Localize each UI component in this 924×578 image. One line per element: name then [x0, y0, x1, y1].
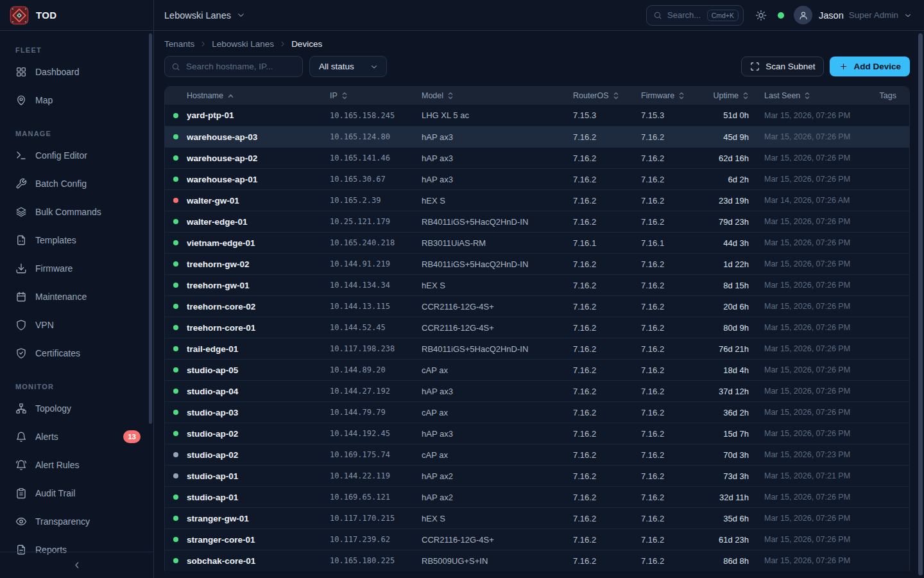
sidebar-scrollbar[interactable] — [149, 33, 152, 424]
sidebar-item-alert-rules[interactable]: Alert Rules — [0, 451, 153, 479]
device-routeros: 7.16.2 — [568, 302, 636, 311]
sidebar-item-transparency[interactable]: Transparency — [0, 507, 153, 536]
add-device-button[interactable]: Add Device — [830, 57, 910, 76]
plus-icon — [839, 62, 848, 71]
device-row-yard-ptp-01[interactable]: yard-ptp-0110.165.158.245LHG XL 5 ac7.15… — [165, 105, 909, 126]
device-ip: 10.144.79.79 — [325, 408, 416, 417]
device-last-seen: Mar 14, 2026, 07:26 AM — [759, 196, 854, 205]
map-pin-icon — [15, 94, 27, 106]
device-ip: 10.144.13.115 — [325, 302, 416, 311]
device-last-seen: Mar 15, 2026, 07:26 PM — [759, 323, 854, 332]
device-ip: 10.165.141.46 — [325, 153, 416, 162]
device-firmware: 7.16.2 — [636, 514, 704, 523]
device-row-walter-edge-01[interactable]: walter-edge-0110.25.121.179RB4011iGS+5Ha… — [165, 211, 909, 232]
device-row-vietnam-edge-01[interactable]: vietnam-edge-0110.165.240.218RB3011UiAS-… — [165, 232, 909, 253]
device-hostname: walter-edge-01 — [187, 217, 325, 227]
connection-status-dot — [778, 12, 784, 19]
main-content: TenantsLebowski LanesDevices All status … — [154, 31, 924, 578]
device-row-studio-ap-05[interactable]: studio-ap-0510.144.89.20cAP ax7.16.27.16… — [165, 359, 909, 380]
sidebar-item-vpn[interactable]: VPN — [0, 311, 153, 339]
device-uptime: 73d 3h — [704, 471, 759, 481]
device-row-treehorn-core-02[interactable]: treehorn-core-0210.144.13.115CCR2116-12G… — [165, 295, 909, 317]
status-dot-online — [165, 389, 187, 394]
scan-subnet-button[interactable]: Scan Subnet — [741, 57, 824, 76]
user-menu-chevron-down-icon[interactable] — [903, 11, 912, 20]
column-header-routeros[interactable]: RouterOS — [568, 91, 636, 100]
add-device-label: Add Device — [853, 62, 901, 71]
status-filter-select[interactable]: All status — [309, 56, 387, 77]
device-row-studio-ap-02[interactable]: studio-ap-0210.144.192.45hAP ax37.16.27.… — [165, 423, 909, 444]
device-row-walter-gw-01[interactable]: walter-gw-0110.165.2.39hEX S7.16.27.16.2… — [165, 189, 909, 211]
device-routeros: 7.16.2 — [568, 365, 636, 375]
device-row-treehorn-gw-01[interactable]: treehorn-gw-0110.144.134.34hEX S7.16.27.… — [165, 274, 909, 295]
device-row-treehorn-core-01[interactable]: treehorn-core-0110.144.52.45CCR2116-12G-… — [165, 317, 909, 338]
sidebar-item-map[interactable]: Map — [0, 86, 153, 114]
device-row-warehouse-ap-03[interactable]: warehouse-ap-0310.165.124.80hAP ax37.16.… — [165, 126, 909, 147]
device-row-sobchak-core-01[interactable]: sobchak-core-0110.165.180.225RB5009UG+S+… — [165, 550, 909, 571]
device-model: RB5009UG+S+IN — [416, 556, 568, 566]
column-header-ip[interactable]: IP — [325, 91, 416, 100]
search-shortcut-badge: Cmd+K — [707, 10, 739, 21]
column-header-last-seen[interactable]: Last Seen — [759, 91, 854, 100]
device-uptime: 18d 4h — [704, 365, 759, 375]
column-header-uptime[interactable]: Uptime — [704, 91, 759, 100]
device-row-studio-ap-02[interactable]: studio-ap-0210.169.175.74cAP ax7.16.27.1… — [165, 444, 909, 465]
sidebar-item-topology[interactable]: Topology — [0, 394, 153, 423]
device-uptime: 76d 21h — [704, 344, 759, 354]
breadcrumb-item-lebowski-lanes[interactable]: Lebowski Lanes — [212, 39, 274, 49]
column-header-firmware[interactable]: Firmware — [636, 91, 704, 100]
column-header-model[interactable]: Model — [416, 91, 568, 100]
device-row-warehouse-ap-02[interactable]: warehouse-ap-0210.165.141.46hAP ax37.16.… — [165, 147, 909, 168]
device-ip: 10.144.134.34 — [325, 281, 416, 290]
sidebar-item-batch-config[interactable]: Batch Config — [0, 170, 153, 198]
device-row-stranger-core-01[interactable]: stranger-core-0110.117.239.62CCR2116-12G… — [165, 529, 909, 550]
device-last-seen: Mar 15, 2026, 07:26 PM — [759, 132, 854, 141]
device-row-treehorn-gw-02[interactable]: treehorn-gw-0210.144.91.219RB4011iGS+5Ha… — [165, 253, 909, 274]
avatar[interactable] — [794, 6, 812, 24]
sidebar-item-config-editor[interactable]: Config Editor — [0, 141, 153, 170]
device-routeros: 7.16.2 — [568, 323, 636, 333]
dashboard-icon — [15, 66, 27, 78]
theme-toggle-sun-icon[interactable] — [755, 10, 767, 21]
device-last-seen: Mar 15, 2026, 07:26 PM — [759, 556, 854, 565]
sidebar-item-certificates[interactable]: Certificates — [0, 339, 153, 367]
device-model: hAP ax3 — [416, 387, 568, 396]
device-row-studio-ap-04[interactable]: studio-ap-0410.144.27.192hAP ax37.16.27.… — [165, 380, 909, 401]
device-firmware: 7.16.2 — [636, 323, 704, 333]
device-uptime: 79d 23h — [704, 217, 759, 227]
eye-icon — [15, 516, 27, 527]
sidebar-item-firmware[interactable]: Firmware — [0, 254, 153, 283]
sidebar-item-templates[interactable]: Templates — [0, 226, 153, 254]
device-search-input[interactable] — [186, 62, 296, 71]
sidebar-item-maintenance[interactable]: Maintenance — [0, 283, 153, 311]
device-row-studio-ap-03[interactable]: studio-ap-0310.144.79.79cAP ax7.16.27.16… — [165, 401, 909, 423]
sidebar-collapse-button[interactable] — [0, 552, 153, 578]
device-row-studio-ap-01[interactable]: studio-ap-0110.144.22.119hAP ax27.16.27.… — [165, 465, 909, 486]
sidebar-item-dashboard[interactable]: Dashboard — [0, 58, 153, 86]
device-firmware: 7.16.2 — [636, 535, 704, 545]
sidebar-item-label: Firmware — [35, 263, 73, 274]
page-scrollbar[interactable] — [918, 33, 923, 575]
device-model: hAP ax3 — [416, 175, 568, 184]
status-dot-online — [165, 367, 187, 372]
device-hostname: studio-ap-05 — [187, 365, 325, 375]
sidebar-item-label: Certificates — [35, 348, 80, 358]
device-row-trail-edge-01[interactable]: trail-edge-0110.117.198.238RB4011iGS+5Ha… — [165, 338, 909, 359]
device-firmware: 7.16.2 — [636, 365, 704, 375]
sidebar-item-label: Alert Rules — [35, 460, 79, 470]
device-row-studio-ap-01[interactable]: studio-ap-0110.169.65.121hAP ax27.16.27.… — [165, 486, 909, 507]
device-row-stranger-gw-01[interactable]: stranger-gw-0110.117.170.215hEX S7.16.27… — [165, 507, 909, 529]
column-header-hostname[interactable]: Hostname — [187, 91, 325, 100]
sidebar-item-alerts[interactable]: Alerts13 — [0, 423, 153, 451]
device-hostname: studio-ap-03 — [187, 408, 325, 417]
breadcrumb-item-tenants[interactable]: Tenants — [164, 39, 194, 49]
global-search[interactable]: Search... Cmd+K — [646, 5, 744, 26]
sidebar-item-audit-trail[interactable]: Audit Trail — [0, 479, 153, 507]
device-row-warehouse-ap-01[interactable]: warehouse-ap-0110.165.30.67hAP ax37.16.2… — [165, 168, 909, 189]
tenant-selector[interactable]: Lebowski Lanes — [164, 10, 246, 21]
sidebar-item-bulk-commands[interactable]: Bulk Commands — [0, 198, 153, 226]
table-header-row: HostnameIPModelRouterOSFirmwareUptimeLas… — [165, 87, 909, 105]
device-last-seen: Mar 15, 2026, 07:26 PM — [759, 365, 854, 374]
sidebar-item-label: VPN — [35, 320, 54, 330]
device-model: hAP ax2 — [416, 493, 568, 502]
